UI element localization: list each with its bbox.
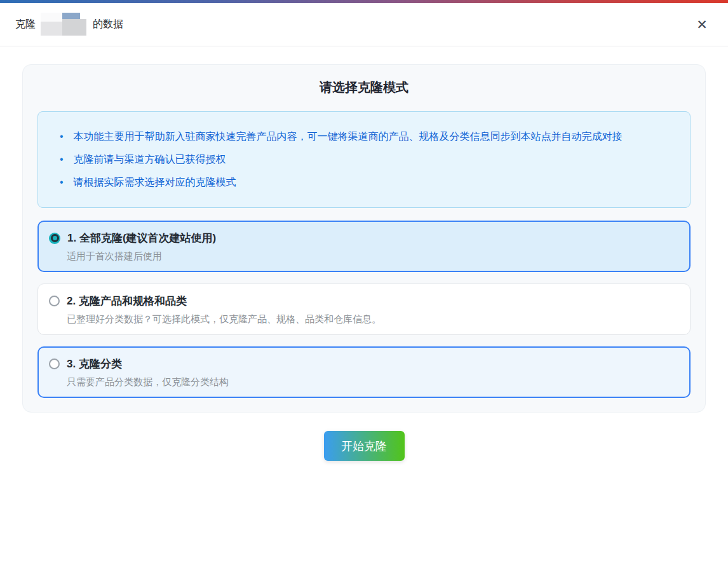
panel-title: 请选择克隆模式 — [37, 79, 691, 96]
info-note-text: 请根据实际需求选择对应的克隆模式 — [74, 175, 236, 190]
option-title: 3. 克隆分类 — [67, 357, 122, 371]
clone-option-full[interactable]: 1. 全部克隆(建议首次建站使用) 适用于首次搭建后使用 — [37, 221, 691, 272]
modal-header: 克隆 的数据 ✕ — [0, 3, 728, 46]
info-notice-box: • 本功能主要用于帮助新入驻商家快速完善产品内容，可一键将渠道商的产品、规格及分… — [37, 111, 691, 208]
clone-mode-panel: 请选择克隆模式 • 本功能主要用于帮助新入驻商家快速完善产品内容，可一键将渠道商… — [22, 64, 706, 413]
redacted-source-name — [41, 11, 86, 36]
radio-unselected-icon[interactable] — [49, 359, 60, 369]
clone-option-categories-only[interactable]: 3. 克隆分类 只需要产品分类数据，仅克隆分类结构 — [37, 346, 691, 398]
action-row: 开始克隆 — [0, 431, 728, 461]
info-note-text: 本功能主要用于帮助新入驻商家快速完善产品内容，可一键将渠道商的产品、规格及分类信… — [74, 129, 623, 144]
option-title: 1. 全部克隆(建议首次建站使用) — [67, 231, 216, 245]
radio-unselected-icon[interactable] — [49, 296, 60, 306]
option-head: 2. 克隆产品和规格和品类 — [49, 294, 678, 308]
start-clone-button[interactable]: 开始克隆 — [324, 431, 405, 461]
info-note-text: 克隆前请与渠道方确认已获得授权 — [74, 152, 226, 167]
option-description: 适用于首次搭建后使用 — [67, 250, 678, 263]
modal-title-prefix: 克隆 — [15, 18, 36, 31]
option-description: 已整理好分类数据？可选择此模式，仅克隆产品、规格、品类和仓库信息。 — [67, 313, 678, 325]
info-note: • 本功能主要用于帮助新入驻商家快速完善产品内容，可一键将渠道商的产品、规格及分… — [51, 129, 677, 144]
option-description: 只需要产品分类数据，仅克隆分类结构 — [67, 376, 678, 388]
bullet-dot-icon: • — [60, 152, 64, 167]
clone-option-products-specs-categories[interactable]: 2. 克隆产品和规格和品类 已整理好分类数据？可选择此模式，仅克隆产品、规格、品… — [37, 284, 691, 335]
modal-title-suffix: 的数据 — [93, 18, 123, 31]
radio-selected-icon[interactable] — [49, 233, 60, 244]
bullet-dot-icon: • — [60, 175, 64, 190]
modal-title: 克隆 的数据 — [15, 13, 123, 37]
option-head: 3. 克隆分类 — [49, 357, 678, 371]
redacted-block — [41, 22, 62, 36]
info-note: • 克隆前请与渠道方确认已获得授权 — [51, 152, 677, 167]
option-title: 2. 克隆产品和规格和品类 — [67, 294, 187, 308]
option-head: 1. 全部克隆(建议首次建站使用) — [49, 231, 678, 245]
bullet-dot-icon: • — [60, 129, 64, 144]
redacted-block — [62, 19, 86, 36]
close-icon[interactable]: ✕ — [691, 14, 713, 36]
info-note: • 请根据实际需求选择对应的克隆模式 — [51, 175, 677, 190]
redacted-block — [41, 13, 62, 22]
